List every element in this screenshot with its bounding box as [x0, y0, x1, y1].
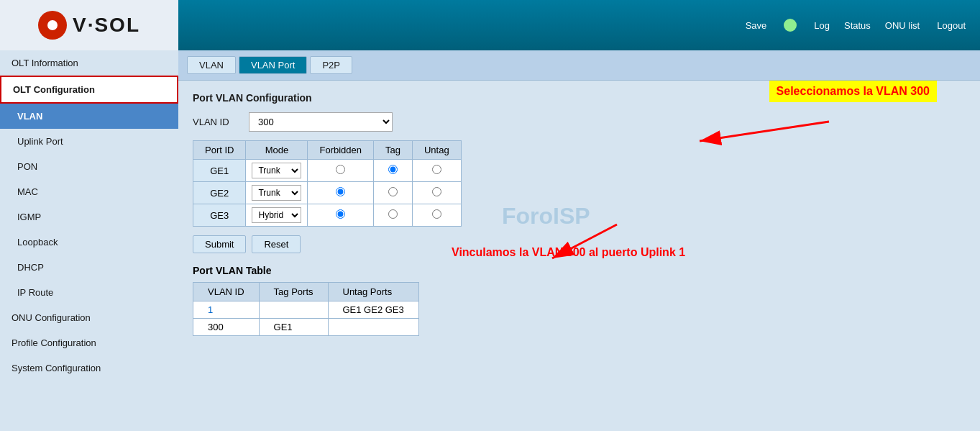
annotation-select-vlan: Seleccionamos la VLAN 300 [769, 81, 937, 102]
vlan-col-untag-ports: Untag Ports [328, 283, 418, 301]
tag-ge1[interactable] [374, 160, 413, 182]
page-content: Seleccionamos la VLAN 300 Port VLAN Conf… [178, 81, 980, 348]
col-port-id: Port ID [193, 141, 246, 160]
forbidden-ge2[interactable] [308, 182, 374, 204]
port-vlan-table: Port ID Mode Forbidden Tag Untag GE1 Tru… [193, 140, 462, 227]
vlan-id-label: VLAN ID [193, 117, 243, 127]
vlan-tag-ports-300: GE1 [259, 319, 328, 336]
onu-list-link[interactable]: ONU list [885, 20, 920, 31]
untag-ge2[interactable] [412, 182, 461, 204]
save-button[interactable]: Save [746, 20, 767, 31]
table-row: GE1 TrunkAccessHybrid [193, 160, 462, 182]
reset-button[interactable]: Reset [252, 235, 301, 253]
logout-button[interactable]: Logout [937, 20, 966, 31]
tag-ge2[interactable] [374, 182, 413, 204]
sidebar-item-mac[interactable]: MAC [0, 179, 178, 204]
vlan-col-tag-ports: Tag Ports [259, 283, 328, 301]
main-layout: OLT Information OLT Configuration VLAN U… [0, 50, 980, 431]
vlan-id-row: VLAN ID 300 1 [193, 112, 966, 132]
sidebar-item-igmp[interactable]: IGMP [0, 204, 178, 230]
header-nav: Log Status ONU list [814, 20, 920, 31]
sidebar-item-vlan[interactable]: VLAN [0, 104, 178, 129]
mode-select-ge1[interactable]: TrunkAccessHybrid [252, 163, 301, 178]
table-row: GE2 TrunkAccessHybrid [193, 182, 462, 204]
header-right: Save Log Status ONU list Logout [178, 19, 980, 32]
watermark: ForoISP [502, 203, 590, 230]
tab-p2p[interactable]: P2P [310, 56, 352, 74]
col-forbidden: Forbidden [308, 141, 374, 160]
sidebar-item-olt-information[interactable]: OLT Information [0, 50, 178, 76]
tab-vlan-port[interactable]: VLAN Port [239, 56, 307, 74]
vlan-col-id: VLAN ID [193, 283, 260, 301]
mode-select-ge2[interactable]: TrunkAccessHybrid [252, 185, 301, 201]
sidebar: OLT Information OLT Configuration VLAN U… [0, 50, 178, 431]
vlan-table-title: Port VLAN Table [193, 265, 966, 276]
annotation-vinculamos: Vinculamos la VLAN 300 al puerto Uplink … [452, 246, 685, 259]
vlan-id-select[interactable]: 300 1 [249, 112, 393, 132]
forbidden-ge3[interactable] [308, 204, 374, 227]
submit-button[interactable]: Submit [193, 235, 246, 253]
table-row: GE3 HybridAccessTrunk [193, 204, 462, 227]
port-ge2: GE2 [193, 182, 246, 204]
sidebar-item-pon[interactable]: PON [0, 154, 178, 179]
vlan-untag-ports-1: GE1 GE2 GE3 [328, 301, 418, 319]
header: V·SOL Save Log Status ONU list Logout [0, 0, 980, 50]
status-link[interactable]: Status [844, 20, 871, 31]
port-ge1: GE1 [193, 160, 246, 182]
untag-ge3[interactable] [412, 204, 461, 227]
col-tag: Tag [374, 141, 413, 160]
vlan-port-table: VLAN ID Tag Ports Untag Ports 1 GE1 GE2 … [193, 282, 419, 336]
sidebar-item-ip-route[interactable]: IP Route [0, 280, 178, 305]
col-untag: Untag [412, 141, 461, 160]
tab-vlan[interactable]: VLAN [187, 56, 236, 74]
logo-area: V·SOL [0, 0, 178, 50]
vlan-id-1: 1 [193, 301, 260, 319]
vlan-table-row: 1 GE1 GE2 GE3 [193, 301, 419, 319]
sidebar-item-system-configuration[interactable]: System Configuration [0, 355, 178, 381]
sidebar-item-olt-configuration[interactable]: OLT Configuration [0, 76, 178, 104]
sidebar-item-profile-configuration[interactable]: Profile Configuration [0, 330, 178, 355]
tag-ge3[interactable] [374, 204, 413, 227]
port-ge3: GE3 [193, 204, 246, 227]
mode-ge2[interactable]: TrunkAccessHybrid [246, 182, 308, 204]
vlan-tag-ports-1 [259, 301, 328, 319]
sidebar-item-dhcp[interactable]: DHCP [0, 255, 178, 280]
sidebar-item-uplink-port[interactable]: Uplink Port [0, 129, 178, 154]
mode-ge1[interactable]: TrunkAccessHybrid [246, 160, 308, 182]
vlan-untag-ports-300 [328, 319, 418, 336]
logo-icon [38, 11, 67, 40]
sidebar-item-onu-configuration[interactable]: ONU Configuration [0, 305, 178, 330]
untag-ge1[interactable] [412, 160, 461, 182]
tabs-bar: VLAN VLAN Port P2P [178, 50, 980, 81]
log-link[interactable]: Log [814, 20, 830, 31]
right-panel: VLAN VLAN Port P2P Seleccionamos la VLAN… [178, 50, 980, 431]
vlan-id-300: 300 [193, 319, 260, 336]
mode-select-ge3[interactable]: HybridAccessTrunk [252, 207, 301, 223]
mode-ge3[interactable]: HybridAccessTrunk [246, 204, 308, 227]
status-indicator [784, 19, 797, 32]
col-mode: Mode [246, 141, 308, 160]
sidebar-item-loopback[interactable]: Loopback [0, 230, 178, 255]
vlan-table-row: 300 GE1 [193, 319, 419, 336]
logo-text: V·SOL [73, 14, 140, 37]
forbidden-ge1[interactable] [308, 160, 374, 182]
